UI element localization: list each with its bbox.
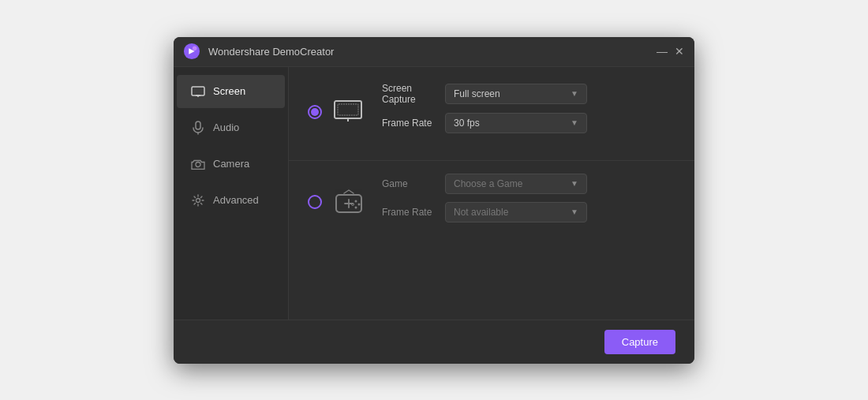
screen-capture-section: Screen Capture Full screen ▼ Frame Rate … xyxy=(308,83,675,141)
app-window: Wondershare DemoCreator — ✕ Screen xyxy=(174,37,694,364)
svg-point-17 xyxy=(358,203,361,205)
game-section: Game Choose a Game ▼ Frame Rate Not avai… xyxy=(308,174,675,230)
screen-framerate-field-row: Frame Rate 30 fps ▼ xyxy=(382,113,675,133)
game-dropdown[interactable]: Choose a Game ▼ xyxy=(445,174,587,194)
game-framerate-field-row: Frame Rate Not available ▼ xyxy=(382,202,675,222)
screen-capture-icon xyxy=(331,97,366,127)
screen-framerate-dropdown-value: 30 fps xyxy=(454,118,480,129)
title-bar: Wondershare DemoCreator — ✕ xyxy=(174,37,694,67)
section-divider xyxy=(289,160,694,161)
capture-button[interactable]: Capture xyxy=(604,330,675,354)
camera-icon xyxy=(191,157,205,171)
app-logo-icon xyxy=(183,43,200,60)
sidebar: Screen Audio xyxy=(174,67,288,320)
game-framerate-dropdown-value: Not available xyxy=(454,207,508,218)
title-bar-controls: — ✕ xyxy=(657,46,685,57)
game-field-row: Game Choose a Game ▼ xyxy=(382,174,675,194)
svg-point-18 xyxy=(355,206,357,208)
app-body: Screen Audio xyxy=(174,67,694,320)
sidebar-item-advanced[interactable]: Advanced xyxy=(177,184,285,217)
sidebar-label-audio: Audio xyxy=(213,121,239,133)
svg-rect-9 xyxy=(335,101,361,118)
app-title: Wondershare DemoCreator xyxy=(208,46,334,58)
sidebar-item-audio[interactable]: Audio xyxy=(177,111,285,144)
close-button[interactable]: ✕ xyxy=(674,46,685,57)
game-framerate-dropdown[interactable]: Not available ▼ xyxy=(445,202,587,222)
screen-capture-dropdown-arrow: ▼ xyxy=(571,89,578,98)
footer: Capture xyxy=(174,320,694,364)
game-fields: Game Choose a Game ▼ Frame Rate Not avai… xyxy=(382,174,675,230)
title-bar-left: Wondershare DemoCreator xyxy=(183,43,334,60)
game-label: Game xyxy=(382,178,445,189)
screen-capture-row: Screen Capture Full screen ▼ Frame Rate … xyxy=(308,83,675,141)
screen-framerate-dropdown-arrow: ▼ xyxy=(571,118,578,127)
gear-icon xyxy=(191,193,205,207)
main-content: Screen Capture Full screen ▼ Frame Rate … xyxy=(288,67,694,320)
screen-radio-button[interactable] xyxy=(308,105,322,119)
svg-rect-5 xyxy=(196,121,200,129)
sidebar-item-screen[interactable]: Screen xyxy=(177,75,285,108)
sidebar-label-advanced: Advanced xyxy=(213,194,259,206)
svg-rect-2 xyxy=(192,87,204,95)
sidebar-item-camera[interactable]: Camera xyxy=(177,148,285,181)
screen-capture-fields: Screen Capture Full screen ▼ Frame Rate … xyxy=(382,83,675,141)
game-radio-area xyxy=(308,187,366,217)
microphone-icon xyxy=(191,121,205,135)
screen-capture-dropdown-value: Full screen xyxy=(454,88,500,99)
svg-point-8 xyxy=(196,198,200,202)
screen-capture-dropdown[interactable]: Full screen ▼ xyxy=(445,84,587,104)
screen-framerate-label: Frame Rate xyxy=(382,118,445,129)
svg-point-16 xyxy=(355,200,357,202)
svg-point-7 xyxy=(196,162,200,166)
sidebar-label-camera: Camera xyxy=(213,158,249,170)
svg-point-1 xyxy=(193,47,197,51)
svg-rect-12 xyxy=(338,104,358,115)
minimize-button[interactable]: — xyxy=(657,46,668,57)
screen-icon xyxy=(191,84,205,99)
game-dropdown-arrow: ▼ xyxy=(571,179,578,188)
screen-capture-label: Screen Capture xyxy=(382,83,445,105)
game-capture-row: Game Choose a Game ▼ Frame Rate Not avai… xyxy=(308,174,675,230)
screen-capture-field-row: Screen Capture Full screen ▼ xyxy=(382,83,675,105)
screen-framerate-dropdown[interactable]: 30 fps ▼ xyxy=(445,113,587,133)
game-capture-icon xyxy=(331,187,366,217)
svg-point-19 xyxy=(352,203,354,205)
sidebar-label-screen: Screen xyxy=(213,85,245,97)
game-framerate-label: Frame Rate xyxy=(382,207,445,218)
screen-radio-area xyxy=(308,97,366,127)
game-radio-button[interactable] xyxy=(308,195,322,209)
game-framerate-dropdown-arrow: ▼ xyxy=(571,207,578,216)
game-dropdown-value: Choose a Game xyxy=(454,178,522,189)
